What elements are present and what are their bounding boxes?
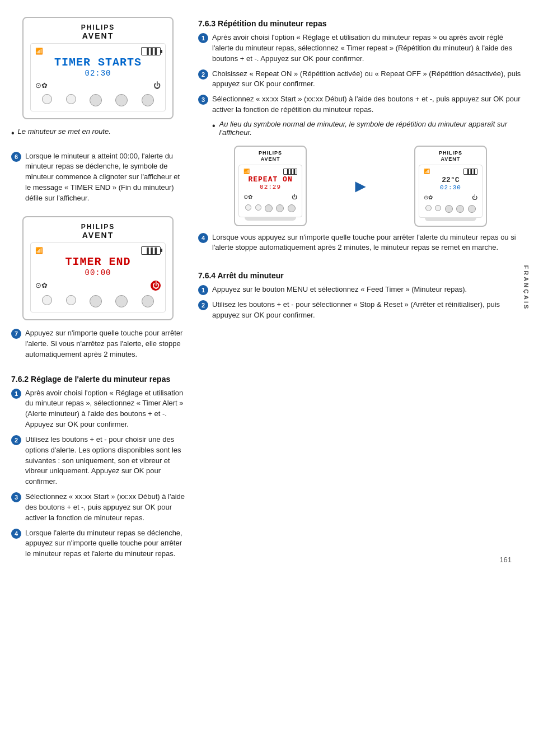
s763-step1-text: Après avoir choisi l'option « Réglage et… — [212, 32, 523, 64]
bullet-dot-1: • — [11, 127, 15, 139]
section-762-step-2: 2 Utilisez les boutons + et - pour chois… — [11, 435, 185, 487]
power-icon-1: ⏻ — [153, 81, 161, 90]
device-repeat-on: PHILIPS AVENT 📶 ▐▐▐ REPEAT ON 02:29 ⊙✿ ⏻ — [234, 146, 307, 226]
btn-temp-b — [435, 205, 441, 211]
device-time-temp: 02:30 — [424, 184, 477, 191]
device-buttons-temp — [424, 205, 477, 213]
step-7-number: 7 — [11, 329, 21, 339]
s764-step2-num: 2 — [198, 300, 208, 310]
s764-step1-num: 1 — [198, 285, 208, 295]
step-6-number: 6 — [11, 152, 21, 162]
bullet-text-1: Le minuteur se met en route. — [18, 127, 111, 136]
sidebar-label: FRANÇAIS — [523, 265, 530, 310]
s763-step2-text: Choisissez « Repeat ON » (Répétition act… — [212, 69, 523, 90]
s762-step3-text: Sélectionnez « xx:xx Start » (xx:xx Débu… — [25, 492, 185, 524]
device-top-row-2: 📶 ▐▐▐ — [35, 246, 161, 255]
device-main-text-2: TIMER END — [35, 256, 161, 268]
s764-step-2: 2 Utilisez les boutons + et - pour sélec… — [198, 300, 523, 321]
step-7-item: 7 Appuyez sur n'importe quelle touche po… — [11, 328, 185, 360]
section-763: 7.6.3 Répétition du minuteur repas 1 Apr… — [198, 17, 523, 258]
s762-step2-text: Utilisez les boutons + et - pour choisir… — [25, 435, 185, 487]
battery-icon-2: ▐▐▐ — [141, 246, 161, 255]
power-icon-2: ⏻ — [151, 281, 161, 291]
s762-step2-num: 2 — [11, 435, 21, 445]
device-main-text-1: TIMER STARTS — [35, 57, 161, 69]
s763-step3-text: Sélectionnez « xx:xx Start » (xx:xx Débu… — [212, 94, 523, 115]
s764-step2-text: Utilisez les boutons + et - pour sélecti… — [212, 300, 523, 321]
brand-philips-2: PHILIPS AVENT — [30, 223, 166, 240]
settings-icon-1: ⊙✿ — [35, 81, 48, 90]
s763-step-4: 4 Lorsque vous appuyez sur n'importe que… — [198, 232, 523, 254]
settings-icon-2: ⊙✿ — [35, 281, 48, 290]
device-screen-1: 📶 ▐▐▐ TIMER STARTS 02:30 ⊙✿ ⏻ — [30, 43, 166, 111]
s762-step1-num: 1 — [11, 389, 21, 399]
section-764-title: 7.6.4 Arrêt du minuteur — [198, 271, 523, 280]
device-time-2: 00:00 — [35, 268, 161, 277]
s764-step1-text: Appuyez sur le bouton MENU et sélectionn… — [212, 284, 523, 295]
settings-icon-rot: ⊙✿ — [243, 194, 252, 200]
section-764: 7.6.4 Arrêt du minuteur 1 Appuyez sur le… — [198, 269, 523, 325]
brand-repeat-on: PHILIPS AVENT — [238, 150, 302, 162]
s763-step4-num: 4 — [198, 233, 208, 243]
signal-icon-2: 📶 — [35, 247, 43, 254]
section-762: 7.6.2 Réglage de l'alerte du minuteur re… — [11, 372, 185, 564]
device-mid-row-1: ⊙✿ ⏻ — [35, 81, 161, 90]
s763-italic-note: Au lieu du symbole normal de minuteur, l… — [219, 120, 523, 137]
device-buttons-1 — [35, 94, 161, 106]
settings-icon-temp: ⊙✿ — [424, 194, 433, 200]
device-main-text-rot: REPEAT ON — [243, 176, 297, 184]
brand-philips-1: PHILIPS AVENT — [30, 24, 166, 41]
left-column: PHILIPS AVENT 📶 ▐▐▐ TIMER STARTS 02:30 ⊙… — [11, 17, 185, 564]
device-base-temp — [425, 218, 476, 221]
bullet-note-1: • Le minuteur se met en route. — [11, 127, 185, 139]
device-screen-temp: 📶 ▐▐▐ 22°C 02:30 ⊙✿ ⏻ — [419, 165, 483, 218]
device-time-1: 02:30 — [35, 69, 161, 78]
device-mid-row-2: ⊙✿ ⏻ — [35, 281, 161, 291]
device-time-rot: 02:29 — [243, 184, 297, 190]
btn-rot-e — [288, 204, 296, 212]
s763-step4-text: Lorsque vous appuyez sur n'importe quell… — [212, 232, 523, 254]
signal-icon-rot: 📶 — [243, 169, 250, 174]
device-btn-2e — [142, 295, 154, 307]
device-mid-row-rot: ⊙✿ ⏻ — [243, 194, 297, 200]
device-screen-2: 📶 ▐▐▐ TIMER END 00:00 ⊙✿ ⏻ — [30, 242, 166, 312]
s763-step3-num: 3 — [198, 95, 208, 105]
signal-icon-1: 📶 — [35, 48, 43, 55]
s764-step-1: 1 Appuyez sur le bouton MENU et sélectio… — [198, 284, 523, 295]
device-temp-time: PHILIPS AVENT 📶 ▐▐▐ 22°C 02:30 ⊙✿ ⏻ — [414, 146, 487, 227]
device-btn-1b — [66, 94, 76, 104]
devices-row-repeat: PHILIPS AVENT 📶 ▐▐▐ REPEAT ON 02:29 ⊙✿ ⏻ — [198, 146, 523, 227]
power-icon-temp: ⏻ — [472, 194, 477, 200]
section-762-step-1: 1 Après avoir choisi l'option « Réglage … — [11, 388, 185, 430]
step-6-text: Lorsque le minuteur a atteint 00:00, l'a… — [25, 151, 185, 204]
btn-temp-e — [468, 205, 476, 213]
device-base-rot — [245, 217, 296, 221]
device-btn-2d — [115, 295, 128, 307]
page: PHILIPS AVENT 📶 ▐▐▐ TIMER STARTS 02:30 ⊙… — [0, 0, 534, 575]
btn-rot-a — [245, 204, 251, 211]
s763-italic-note-container: • Au lieu du symbole normal de minuteur,… — [212, 120, 523, 140]
btn-temp-a — [425, 205, 432, 211]
device-btn-2a — [42, 295, 52, 305]
step-7-text: Appuyez sur n'importe quelle touche pour… — [25, 328, 185, 360]
s762-step4-num: 4 — [11, 529, 21, 539]
battery-icon-rot: ▐▐▐ — [283, 169, 297, 175]
section-763-title: 7.6.3 Répétition du minuteur repas — [198, 19, 523, 28]
device-btn-1a — [42, 94, 52, 104]
device-buttons-2 — [35, 295, 161, 307]
device-timer-starts: PHILIPS AVENT 📶 ▐▐▐ TIMER STARTS 02:30 ⊙… — [22, 17, 174, 119]
section-762-step-3: 3 Sélectionnez « xx:xx Start » (xx:xx Dé… — [11, 492, 185, 524]
btn-rot-d — [276, 204, 284, 212]
section-762-step-4: 4 Lorsque l'alerte du minuteur repas se … — [11, 528, 185, 560]
page-number: 161 — [499, 556, 512, 564]
italic-note-bullet: • — [212, 120, 216, 132]
section-762-title: 7.6.2 Réglage de l'alerte du minuteur re… — [11, 375, 185, 384]
signal-icon-temp: 📶 — [424, 169, 430, 174]
battery-icon-1: ▐▐▐ — [141, 47, 161, 55]
power-icon-rot: ⏻ — [292, 194, 297, 200]
device-btn-2b — [66, 295, 76, 305]
s763-step-3: 3 Sélectionnez « xx:xx Start » (xx:xx Dé… — [198, 94, 523, 115]
s763-step2-num: 2 — [198, 69, 208, 80]
s762-step4-text: Lorsque l'alerte du minuteur repas se dé… — [25, 528, 185, 560]
s763-step1-num: 1 — [198, 33, 208, 43]
